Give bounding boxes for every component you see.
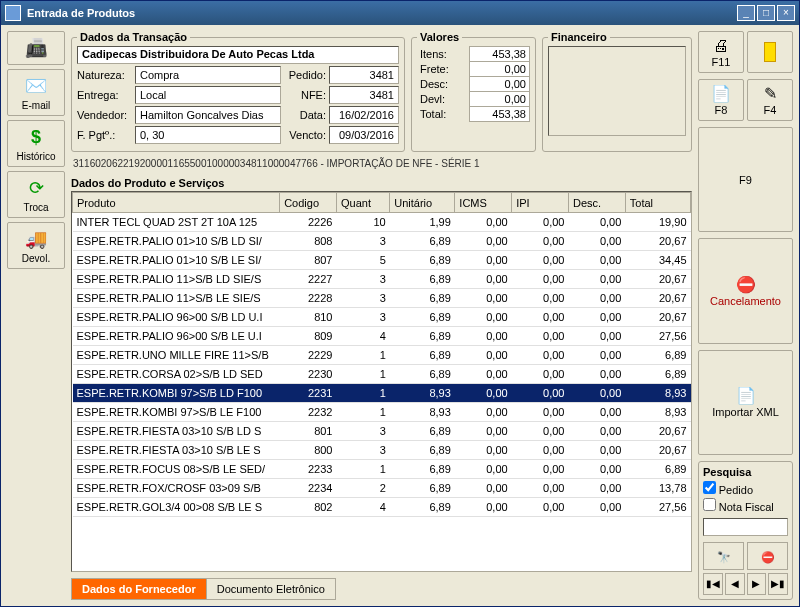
import-xml-button[interactable]: 📄Importar XML bbox=[698, 350, 793, 455]
pedido-checkbox-label[interactable]: Pedido bbox=[703, 481, 788, 496]
f4-button[interactable]: ✎F4 bbox=[747, 79, 793, 121]
cell-total: 13,78 bbox=[625, 479, 690, 498]
table-row[interactable]: ESPE.RETR.FIESTA 03>10 S/B LD S80136,890… bbox=[73, 422, 691, 441]
vendedor-label: Vendedor: bbox=[77, 109, 132, 121]
col-desc[interactable]: Desc. bbox=[568, 193, 625, 213]
devl-value: 0,00 bbox=[470, 92, 530, 107]
cell-total: 6,89 bbox=[625, 460, 690, 479]
col-total[interactable]: Total bbox=[625, 193, 690, 213]
table-row[interactable]: ESPE.RETR.KOMBI 97>S/B LD F100223118,930… bbox=[73, 384, 691, 403]
col-ipi[interactable]: IPI bbox=[512, 193, 569, 213]
product-grid[interactable]: Produto Codigo Quant Unitário ICMS IPI D… bbox=[72, 192, 691, 571]
email-button[interactable]: ✉️ E-mail bbox=[7, 69, 65, 116]
app-icon bbox=[5, 5, 21, 21]
fpgto-field[interactable]: 0, 30 bbox=[135, 126, 281, 144]
nav-prev[interactable]: ◀ bbox=[725, 573, 745, 595]
nota-checkbox[interactable] bbox=[703, 498, 716, 511]
cell-desc: 0,00 bbox=[568, 441, 625, 460]
vencto-field[interactable]: 09/03/2016 bbox=[329, 126, 399, 144]
col-codigo[interactable]: Codigo bbox=[280, 193, 337, 213]
close-button[interactable]: × bbox=[777, 5, 795, 21]
yellow-button[interactable] bbox=[747, 31, 793, 73]
tab-documento[interactable]: Documento Eletrônico bbox=[206, 578, 336, 600]
pedido-field[interactable]: 3481 bbox=[329, 66, 399, 84]
cell-total: 20,67 bbox=[625, 308, 690, 327]
cell-codigo: 2227 bbox=[280, 270, 337, 289]
financeiro-list[interactable] bbox=[548, 46, 686, 136]
edit-icon: ✎ bbox=[764, 84, 777, 103]
cell-produto: ESPE.RETR.FOCUS 08>S/B LE SED/ bbox=[73, 460, 280, 479]
table-row[interactable]: ESPE.RETR.PALIO 01>10 S/B LD SI/80836,89… bbox=[73, 232, 691, 251]
cell-ipi: 0,00 bbox=[512, 384, 569, 403]
cell-quant: 1 bbox=[336, 460, 389, 479]
cell-icms: 0,00 bbox=[455, 327, 512, 346]
cell-codigo: 800 bbox=[280, 441, 337, 460]
cell-codigo: 2230 bbox=[280, 365, 337, 384]
natureza-field[interactable]: Compra bbox=[135, 66, 281, 84]
nota-checkbox-label[interactable]: Nota Fiscal bbox=[703, 498, 788, 513]
cell-produto: ESPE.RETR.KOMBI 97>S/B LD F100 bbox=[73, 384, 280, 403]
tag-icon bbox=[764, 42, 776, 62]
cell-quant: 3 bbox=[336, 422, 389, 441]
data-field[interactable]: 16/02/2016 bbox=[329, 106, 399, 124]
cell-ipi: 0,00 bbox=[512, 270, 569, 289]
fax-button[interactable]: 📠 bbox=[7, 31, 65, 65]
table-row[interactable]: ESPE.RETR.PALIO 96>00 S/B LE U.I80946,89… bbox=[73, 327, 691, 346]
cell-icms: 0,00 bbox=[455, 346, 512, 365]
cell-icms: 0,00 bbox=[455, 270, 512, 289]
nav-next[interactable]: ▶ bbox=[747, 573, 767, 595]
col-icms[interactable]: ICMS bbox=[455, 193, 512, 213]
troca-button[interactable]: ⟳ Troca bbox=[7, 171, 65, 218]
historico-button[interactable]: $ Histórico bbox=[7, 120, 65, 167]
nav-last[interactable]: ▶▮ bbox=[768, 573, 788, 595]
pedido-checkbox[interactable] bbox=[703, 481, 716, 494]
col-unitario[interactable]: Unitário bbox=[390, 193, 455, 213]
cell-produto: ESPE.RETR.PALIO 01>10 S/B LD SI/ bbox=[73, 232, 280, 251]
table-row[interactable]: ESPE.RETR.CORSA 02>S/B LD SED223016,890,… bbox=[73, 365, 691, 384]
maximize-button[interactable]: □ bbox=[757, 5, 775, 21]
cancel-button[interactable]: ⛔Cancelamento bbox=[698, 238, 793, 343]
table-row[interactable]: ESPE.RETR.GOL3/4 00>08 S/B LE S80246,890… bbox=[73, 498, 691, 517]
table-row[interactable]: ESPE.RETR.KOMBI 97>S/B LE F100223218,930… bbox=[73, 403, 691, 422]
company-field[interactable]: Cadipecas Distribuidora De Auto Pecas Lt… bbox=[77, 46, 399, 64]
cell-ipi: 0,00 bbox=[512, 308, 569, 327]
cell-produto: ESPE.RETR.CORSA 02>S/B LD SED bbox=[73, 365, 280, 384]
cell-produto: ESPE.RETR.KOMBI 97>S/B LE F100 bbox=[73, 403, 280, 422]
table-row[interactable]: ESPE.RETR.FOX/CROSF 03>09 S/B223426,890,… bbox=[73, 479, 691, 498]
minimize-button[interactable]: _ bbox=[737, 5, 755, 21]
cell-total: 20,67 bbox=[625, 289, 690, 308]
itens-value: 453,38 bbox=[470, 47, 530, 62]
devolucao-button[interactable]: 🚚 Devol. bbox=[7, 222, 65, 269]
cell-icms: 0,00 bbox=[455, 498, 512, 517]
nfe-field[interactable]: 3481 bbox=[329, 86, 399, 104]
table-row[interactable]: ESPE.RETR.PALIO 11>S/B LD SIE/S222736,89… bbox=[73, 270, 691, 289]
f9-button[interactable]: F9 bbox=[698, 127, 793, 232]
col-produto[interactable]: Produto bbox=[73, 193, 280, 213]
cell-codigo: 2232 bbox=[280, 403, 337, 422]
table-row[interactable]: ESPE.RETR.UNO MILLE FIRE 11>S/B222916,89… bbox=[73, 346, 691, 365]
vendedor-field[interactable]: Hamilton Goncalves Dias Ju bbox=[135, 106, 281, 124]
tab-fornecedor[interactable]: Dados do Fornecedor bbox=[71, 578, 207, 600]
financeiro-legend: Financeiro bbox=[548, 31, 610, 43]
f8-button[interactable]: 📄F8 bbox=[698, 79, 744, 121]
f11-button[interactable]: 🖨F11 bbox=[698, 31, 744, 73]
table-row[interactable]: ESPE.RETR.PALIO 11>S/B LE SIE/S222836,89… bbox=[73, 289, 691, 308]
table-row[interactable]: ESPE.RETR.FOCUS 08>S/B LE SED/223316,890… bbox=[73, 460, 691, 479]
cell-desc: 0,00 bbox=[568, 384, 625, 403]
clear-search-button[interactable]: ⛔ bbox=[747, 542, 788, 570]
nav-first[interactable]: ▮◀ bbox=[703, 573, 723, 595]
cell-produto: ESPE.RETR.PALIO 11>S/B LD SIE/S bbox=[73, 270, 280, 289]
search-button[interactable]: 🔭 bbox=[703, 542, 744, 570]
cell-ipi: 0,00 bbox=[512, 327, 569, 346]
entrega-field[interactable]: Local bbox=[135, 86, 281, 104]
table-row[interactable]: ESPE.RETR.PALIO 96>00 S/B LD U.I81036,89… bbox=[73, 308, 691, 327]
table-row[interactable]: ESPE.RETR.FIESTA 03>10 S/B LE S80036,890… bbox=[73, 441, 691, 460]
cell-codigo: 807 bbox=[280, 251, 337, 270]
table-row[interactable]: ESPE.RETR.PALIO 01>10 S/B LE SI/80756,89… bbox=[73, 251, 691, 270]
cell-ipi: 0,00 bbox=[512, 289, 569, 308]
pesquisa-input[interactable] bbox=[703, 518, 788, 536]
table-row[interactable]: INTER TECL QUAD 2ST 2T 10A 1252226101,99… bbox=[73, 213, 691, 232]
col-quant[interactable]: Quant bbox=[336, 193, 389, 213]
cell-total: 6,89 bbox=[625, 346, 690, 365]
cell-icms: 0,00 bbox=[455, 422, 512, 441]
